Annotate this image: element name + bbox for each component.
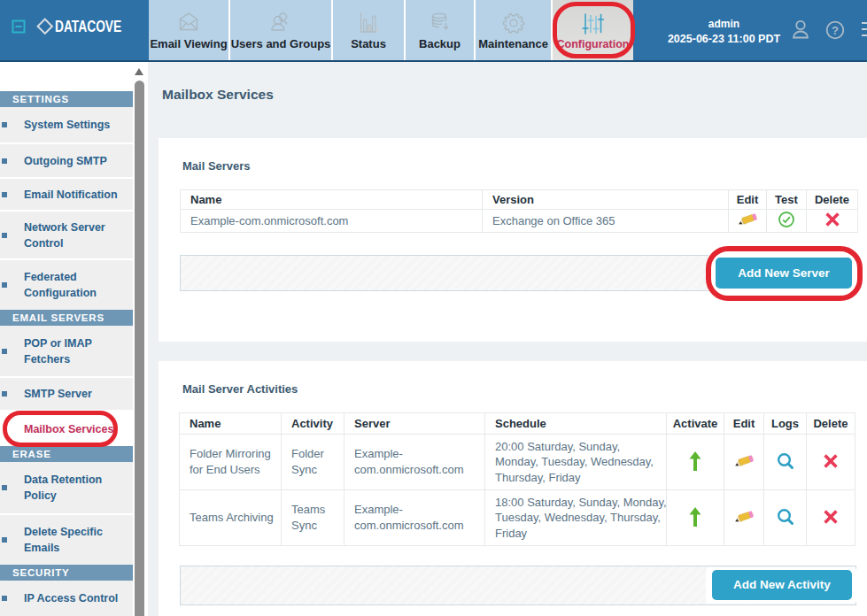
svg-text:?: ?	[832, 24, 839, 37]
svg-text:DATACOVE: DATACOVE	[55, 17, 121, 35]
